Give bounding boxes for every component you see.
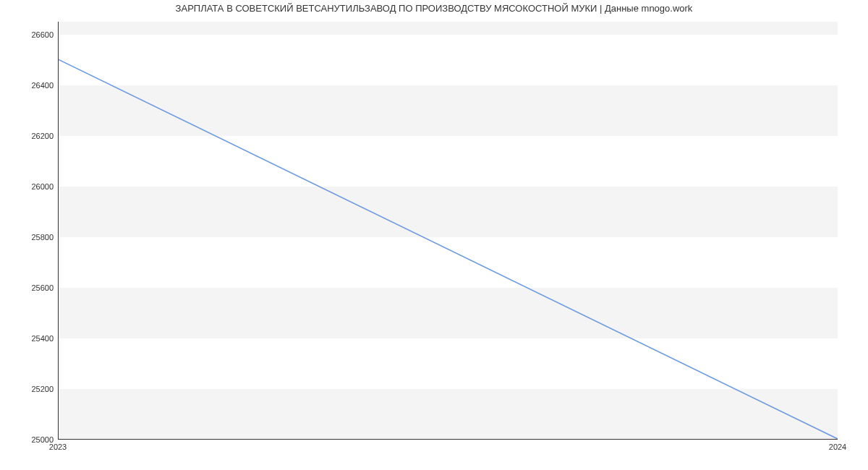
y-tick-label: 25600	[3, 283, 54, 292]
line-series	[59, 22, 838, 439]
y-tick-label: 25400	[3, 334, 54, 343]
y-tick-label: 25000	[3, 435, 54, 444]
plot-area	[58, 22, 838, 440]
chart-container: ЗАРПЛАТА В СОВЕТСКИЙ ВЕТСАНУТИЛЬЗАВОД ПО…	[0, 0, 868, 470]
y-tick-label: 26000	[3, 182, 54, 191]
y-tick-label: 26400	[3, 81, 54, 90]
y-tick-label: 25200	[3, 385, 54, 393]
y-tick-label: 26600	[3, 30, 54, 39]
y-tick-label: 26200	[3, 132, 54, 140]
series-line	[59, 59, 838, 439]
chart-title: ЗАРПЛАТА В СОВЕТСКИЙ ВЕТСАНУТИЛЬЗАВОД ПО…	[0, 3, 868, 14]
x-tick-label: 2023	[49, 443, 67, 451]
x-tick-label: 2024	[829, 443, 846, 451]
y-tick-label: 25800	[3, 233, 54, 242]
